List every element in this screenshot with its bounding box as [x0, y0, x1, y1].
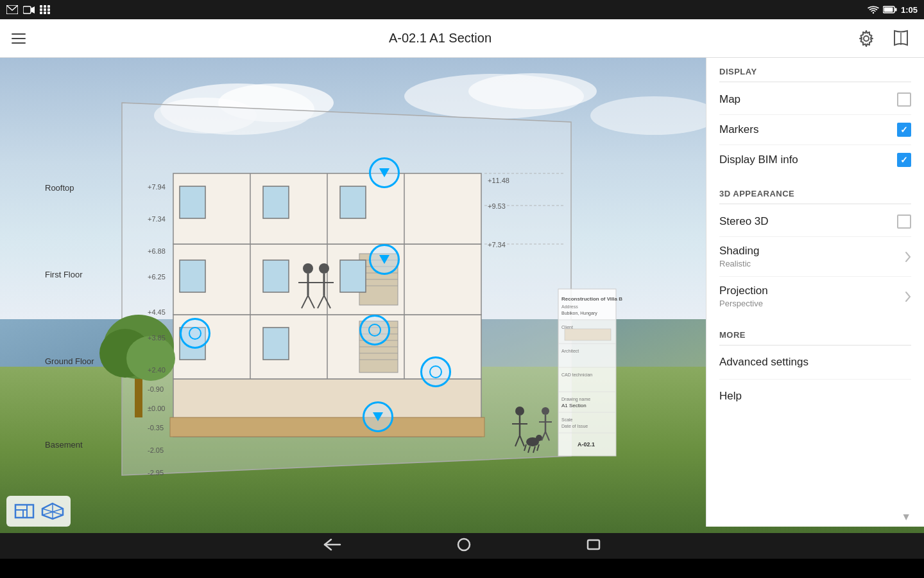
svg-text:Drawing name: Drawing name: [561, 397, 590, 402]
svg-rect-136: [588, 540, 599, 549]
svg-point-88: [126, 336, 175, 381]
svg-rect-52: [263, 328, 289, 360]
video-icon: [23, 6, 35, 14]
svg-text:A-02.1: A-02.1: [578, 441, 595, 448]
3d-view-icon: [41, 502, 64, 520]
svg-point-15: [864, 36, 869, 41]
book-icon: [893, 30, 909, 48]
book-button[interactable]: [889, 27, 912, 50]
settings-button[interactable]: [855, 27, 878, 50]
map-checkbox[interactable]: [897, 92, 911, 107]
recents-button[interactable]: [586, 539, 601, 554]
svg-text:+6.88: +6.88: [148, 247, 166, 255]
3d-view-button[interactable]: [40, 500, 65, 523]
more-section: MORE Advanced settings Help: [706, 321, 924, 413]
svg-text:-2.05: -2.05: [148, 446, 164, 454]
stereo3d-label: Stereo 3D: [719, 215, 769, 228]
projection-text: Projection Perspective: [719, 285, 905, 308]
svg-point-59: [303, 263, 313, 274]
svg-rect-28: [170, 417, 484, 437]
svg-rect-3: [40, 5, 42, 8]
mail-icon: [6, 5, 18, 14]
svg-rect-4: [44, 5, 46, 8]
appearance-section: 3D APPEARANCE Stereo 3D Shading Realisti…: [706, 180, 924, 321]
svg-text:+11.48: +11.48: [488, 177, 509, 184]
marker-triangle-6: [373, 412, 383, 421]
svg-rect-8: [47, 8, 50, 11]
hamburger-menu[interactable]: [12, 33, 26, 44]
marker-3[interactable]: [359, 315, 390, 346]
bim-checkbox[interactable]: [897, 153, 911, 167]
chevron-right-icon-2: [905, 291, 911, 302]
svg-rect-10: [44, 12, 46, 14]
svg-text:-0.90: -0.90: [148, 385, 164, 393]
svg-text:Address: Address: [561, 304, 578, 309]
bottom-nav: [0, 533, 924, 559]
marker-circle-5: [429, 365, 442, 378]
marker-circle-3: [368, 324, 381, 337]
svg-text:+7.94: +7.94: [148, 183, 166, 191]
floor-plan-button[interactable]: [12, 500, 37, 523]
projection-label: Projection: [719, 285, 905, 297]
home-icon: [457, 538, 471, 552]
svg-text:+7.34: +7.34: [148, 215, 166, 223]
svg-rect-54: [263, 260, 289, 292]
chevron-right-icon: [905, 251, 911, 263]
rooftop-label: Rooftop: [45, 183, 74, 193]
svg-rect-56: [180, 186, 205, 218]
shading-row[interactable]: Shading Realistic: [719, 237, 911, 277]
bottom-toolbar: [6, 496, 71, 527]
battery-icon: [883, 6, 897, 13]
svg-rect-57: [263, 186, 289, 218]
home-button[interactable]: [457, 538, 471, 555]
top-bar-actions: [855, 27, 912, 50]
stereo3d-checkbox[interactable]: [897, 215, 911, 229]
stereo3d-row[interactable]: Stereo 3D: [719, 207, 911, 237]
map-row[interactable]: Map: [719, 85, 911, 115]
svg-text:Reconstruction of Villa Bellin: Reconstruction of Villa Bellinzon: [561, 296, 622, 302]
more-section-title: MORE: [719, 330, 911, 346]
marker-triangle-2: [379, 255, 389, 264]
markers-row[interactable]: Markers: [719, 115, 911, 145]
back-icon: [323, 538, 341, 551]
markers-checkbox[interactable]: [897, 123, 911, 137]
back-button[interactable]: [323, 538, 341, 554]
page-title: A-02.1 A1 Section: [389, 31, 492, 46]
svg-rect-7: [44, 8, 46, 11]
help-row[interactable]: Help: [719, 380, 911, 413]
marker-5[interactable]: [420, 356, 451, 387]
svg-text:+7.34: +7.34: [488, 241, 506, 249]
svg-text:A1 Section: A1 Section: [561, 403, 586, 408]
grid-icon: [40, 5, 50, 14]
advanced-settings-label: Advanced settings: [719, 356, 809, 369]
top-bar: A-02.1 A1 Section: [0, 19, 924, 58]
main-area: +11.48 +9.53 +7.34 +7.94 +7.34 +6.88 +6.…: [0, 58, 924, 559]
projection-row[interactable]: Projection Perspective: [719, 277, 911, 316]
bim-row[interactable]: Display BIM info: [719, 145, 911, 175]
status-info-right: 1:05: [868, 5, 918, 15]
svg-text:Architect: Architect: [561, 349, 579, 353]
scroll-indicator: ▼: [901, 511, 911, 523]
shading-text: Shading Realistic: [719, 245, 905, 268]
svg-text:+2.40: +2.40: [148, 366, 166, 374]
marker-2[interactable]: [369, 244, 400, 275]
marker-6[interactable]: [363, 401, 393, 432]
svg-rect-9: [40, 12, 42, 14]
marker-4[interactable]: [180, 318, 210, 349]
marker-1[interactable]: [369, 157, 400, 188]
time-display: 1:05: [901, 5, 918, 15]
svg-rect-13: [884, 8, 893, 12]
svg-rect-5: [47, 5, 50, 8]
svg-point-135: [458, 539, 470, 550]
gear-icon: [857, 30, 875, 48]
advanced-settings-row[interactable]: Advanced settings: [719, 346, 911, 380]
svg-rect-11: [47, 12, 50, 14]
svg-text:+4.45: +4.45: [148, 308, 166, 316]
status-icons-left: [6, 5, 50, 14]
svg-text:±0.00: ±0.00: [148, 405, 165, 412]
svg-text:CAD technician: CAD technician: [561, 372, 592, 377]
svg-text:Bubikon, Hungary: Bubikon, Hungary: [561, 311, 597, 316]
building-section: +11.48 +9.53 +7.34 +7.94 +7.34 +6.88 +6.…: [71, 96, 622, 495]
svg-text:Date of Issue: Date of Issue: [561, 424, 588, 428]
shading-label: Shading: [719, 245, 905, 258]
